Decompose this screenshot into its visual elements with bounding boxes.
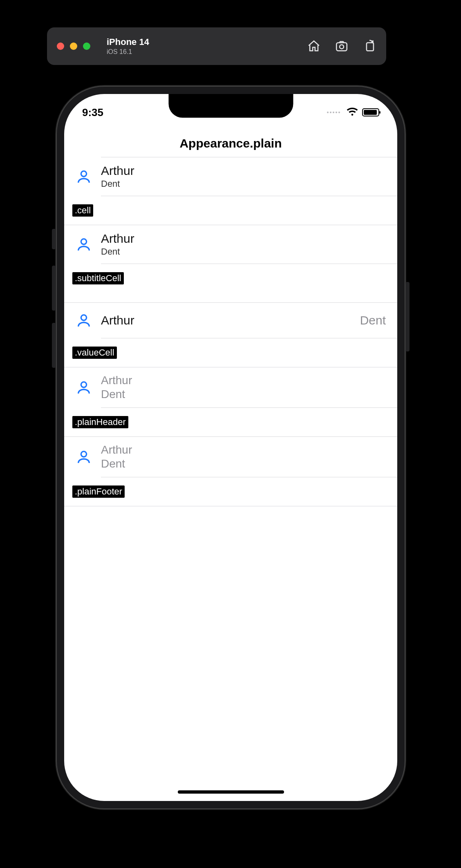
annotation-tag: .cell	[72, 204, 93, 217]
plain-footer-title: Arthur	[101, 443, 386, 456]
ringer-switch	[52, 229, 56, 249]
cell-value: Dent	[360, 313, 386, 327]
cell-title: Arthur	[101, 313, 134, 327]
battery-icon	[362, 108, 379, 116]
svg-rect-0	[336, 43, 347, 51]
simulator-toolbar	[307, 39, 376, 53]
table-view[interactable]: Arthur Dent .cell Arthur Dent	[64, 157, 397, 801]
annotation-tag: .plainFooter	[72, 485, 125, 498]
cellular-icon	[327, 112, 340, 113]
svg-point-3	[81, 171, 86, 177]
navigation-title: Appearance.plain	[64, 136, 397, 150]
person-icon	[76, 168, 92, 185]
svg-point-7	[81, 452, 86, 457]
home-indicator[interactable]	[178, 790, 284, 794]
plain-header-subtitle: Dent	[101, 388, 386, 401]
annotation-row: .subtitleCell	[64, 264, 397, 293]
annotation-tag: .valueCell	[72, 347, 117, 359]
side-button	[405, 282, 410, 351]
window-close-button[interactable]	[57, 43, 64, 50]
annotation-tag: .plainHeader	[72, 416, 128, 428]
phone-frame: 9:35 Appearance.plain Arthur Dent	[56, 86, 405, 809]
window-minimize-button[interactable]	[70, 43, 77, 50]
annotation-row: .valueCell	[64, 338, 397, 367]
window-zoom-button[interactable]	[83, 43, 90, 50]
phone-screen: 9:35 Appearance.plain Arthur Dent	[64, 94, 397, 801]
list-item[interactable]: Arthur Dent	[64, 225, 397, 264]
volume-up-button	[52, 266, 56, 311]
annotation-row: .plainFooter	[64, 477, 397, 506]
annotation-row: .cell	[64, 196, 397, 225]
svg-point-4	[81, 239, 86, 244]
cell-title: Arthur	[101, 164, 386, 178]
simulator-title-block: iPhone 14 iOS 16.1	[107, 37, 149, 56]
notch	[168, 94, 293, 118]
annotation-row: .plainHeader	[64, 408, 397, 436]
svg-rect-2	[367, 43, 374, 51]
svg-point-5	[81, 315, 86, 320]
cell-title: Arthur	[101, 232, 386, 246]
person-icon	[76, 449, 92, 465]
simulator-titlebar: iPhone 14 iOS 16.1	[47, 27, 386, 65]
simulator-os-version: iOS 16.1	[107, 48, 149, 56]
cell-subtitle: Dent	[101, 179, 386, 189]
screenshot-icon[interactable]	[335, 39, 349, 53]
list-item[interactable]: Arthur Dent	[64, 437, 397, 477]
svg-point-6	[81, 382, 86, 387]
window-traffic-lights	[57, 43, 90, 50]
rotate-icon[interactable]	[363, 39, 376, 53]
status-time: 9:35	[82, 106, 103, 119]
list-item[interactable]: Arthur Dent	[64, 367, 397, 407]
list-item[interactable]: Arthur Dent	[64, 303, 397, 338]
person-icon	[76, 312, 92, 329]
simulator-device-name: iPhone 14	[107, 37, 149, 47]
cell-subtitle: Dent	[101, 246, 386, 257]
person-icon	[76, 236, 92, 253]
plain-header-title: Arthur	[101, 374, 386, 387]
person-icon	[76, 379, 92, 396]
home-icon[interactable]	[307, 39, 321, 53]
annotation-tag: .subtitleCell	[72, 272, 124, 284]
svg-point-1	[340, 45, 344, 49]
wifi-icon	[347, 107, 358, 118]
list-item[interactable]: Arthur Dent	[64, 157, 397, 196]
plain-footer-subtitle: Dent	[101, 457, 386, 470]
volume-down-button	[52, 323, 56, 368]
